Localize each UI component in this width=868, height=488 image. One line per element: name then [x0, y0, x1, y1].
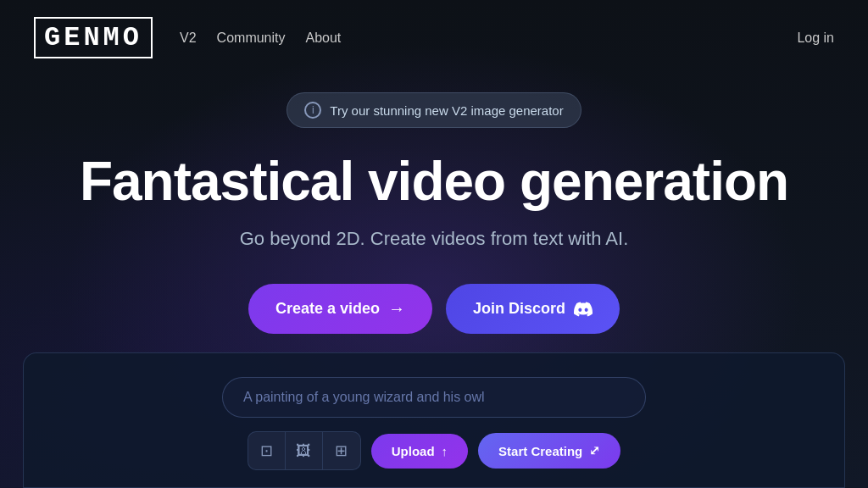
arrow-icon: → [388, 299, 405, 319]
info-banner[interactable]: i Try our stunning new V2 image generato… [287, 92, 581, 128]
upload-button[interactable]: Upload ↑ [371, 434, 468, 469]
camera-icon-button[interactable]: ⊡ [248, 432, 286, 469]
upload-icon: ↑ [442, 444, 448, 458]
info-banner-text: Try our stunning new V2 image generator [330, 103, 563, 118]
image-icon: 🖼 [296, 442, 311, 460]
bottom-panel: ⊡ 🖼 ⊞ Upload ↑ Start Creating ⤢ [23, 352, 845, 488]
login-button[interactable]: Log in [797, 30, 834, 46]
nav-right: Log in [797, 30, 834, 46]
cta-buttons: Create a video → Join Discord [248, 284, 620, 334]
join-discord-button[interactable]: Join Discord [446, 284, 620, 334]
create-video-label: Create a video [275, 300, 380, 318]
start-creating-button[interactable]: Start Creating ⤢ [478, 433, 620, 469]
bottom-controls: ⊡ 🖼 ⊞ Upload ↑ Start Creating ⤢ [248, 431, 621, 470]
hero-section: i Try our stunning new V2 image generato… [0, 75, 868, 368]
join-discord-label: Join Discord [473, 300, 565, 318]
camera-icon: ⊡ [260, 441, 273, 460]
navigation: GENMO V2 Community About Log in [0, 0, 868, 75]
sub-heading: Go beyond 2D. Create videos from text wi… [240, 228, 629, 250]
image-icon-button[interactable]: 🖼 [286, 432, 323, 469]
start-creating-label: Start Creating [498, 444, 582, 458]
nav-link-about[interactable]: About [306, 30, 342, 46]
upload-label: Upload [392, 444, 435, 458]
logo[interactable]: GENMO [34, 17, 153, 58]
gallery-icon-button[interactable]: ⊞ [323, 432, 360, 469]
nav-link-community[interactable]: Community [217, 30, 286, 46]
nav-links: V2 Community About [180, 30, 341, 46]
expand-icon: ⤢ [589, 443, 600, 458]
main-heading: Fantastical video generation [80, 152, 788, 211]
info-icon: i [304, 102, 321, 119]
gallery-icon: ⊞ [335, 441, 348, 460]
logo-text: GENMO [34, 17, 153, 58]
create-video-button[interactable]: Create a video → [248, 284, 432, 334]
nav-link-v2[interactable]: V2 [180, 30, 197, 46]
discord-icon [574, 300, 593, 319]
prompt-input[interactable] [222, 377, 646, 418]
nav-left: GENMO V2 Community About [34, 17, 341, 58]
icon-buttons-group: ⊡ 🖼 ⊞ [248, 431, 361, 470]
